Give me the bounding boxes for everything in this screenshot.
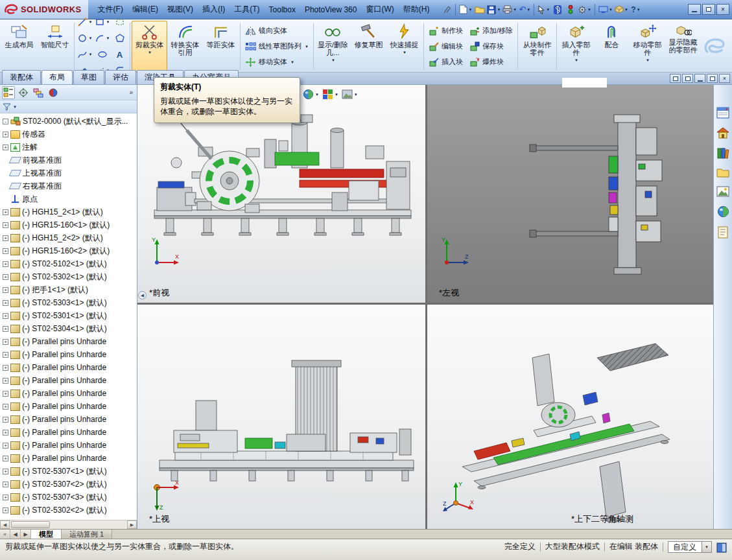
viewport-pane-iso[interactable]: Y X Z *上下二等角轴测: [427, 305, 713, 529]
home-icon[interactable]: [716, 127, 729, 139]
expand-toggle[interactable]: +: [3, 209, 8, 215]
expand-toggle[interactable]: +: [3, 443, 8, 449]
open-folder-icon[interactable]: [473, 3, 486, 17]
chevron-down-icon[interactable]: ▼: [13, 105, 17, 109]
restore-button[interactable]: [702, 4, 715, 15]
menu-item[interactable]: Toolbox: [265, 5, 300, 14]
tree-item[interactable]: +(-) ST02-5307<3> (默认): [1, 491, 137, 504]
select-cursor-icon[interactable]: ▼: [537, 3, 550, 17]
tree-item[interactable]: +传感器: [1, 128, 137, 141]
panel-collapse-button[interactable]: ◀: [138, 291, 147, 299]
expand-toggle[interactable]: -: [3, 119, 8, 124]
menu-item[interactable]: PhotoView 360: [300, 5, 362, 14]
tree-item[interactable]: +(-) Parallel pins Unharde: [1, 348, 137, 361]
menu-item[interactable]: 帮助(H): [399, 4, 434, 15]
rectangle-tool-button[interactable]: ▼: [93, 14, 111, 30]
tree-item[interactable]: +(-) Parallel pins Unharde: [1, 426, 137, 439]
expand-toggle[interactable]: +: [3, 300, 8, 306]
appearances-icon[interactable]: [717, 205, 729, 218]
spline-tool-button[interactable]: ▼: [76, 47, 93, 63]
dashed-rect-tool-button[interactable]: [111, 14, 128, 30]
file-explorer-icon[interactable]: [716, 167, 729, 178]
move-entities-button[interactable]: 移动实体▼: [242, 54, 312, 70]
mdi-viewport2-button[interactable]: [682, 74, 693, 83]
options-gear-icon[interactable]: ▼: [577, 3, 592, 17]
tree-item[interactable]: +(-) HGR15-160<2> (默认): [1, 244, 137, 257]
insert-block-button[interactable]: 插入块: [425, 54, 466, 70]
expand-toggle[interactable]: +: [3, 261, 8, 267]
view-settings-button[interactable]: ▼: [303, 89, 319, 100]
menu-item[interactable]: 文件(F): [93, 4, 128, 15]
expand-toggle[interactable]: +: [3, 222, 8, 228]
line-tool-button[interactable]: ▼: [76, 14, 93, 30]
menu-item[interactable]: 插入(I): [198, 4, 230, 15]
expand-toggle[interactable]: +: [3, 391, 8, 397]
display-delete-relations-button[interactable]: 显示/删除几... ▼: [315, 21, 351, 72]
scroll-right-icon[interactable]: ▶: [127, 520, 137, 529]
tree-item[interactable]: +(-) Parallel pins Unharde: [1, 335, 137, 348]
tree-item[interactable]: +(-) ST02-5304<1> (默认): [1, 322, 137, 335]
edit-block-button[interactable]: 编辑块: [425, 39, 466, 54]
command-tab[interactable]: 草图: [73, 70, 104, 84]
tree-item[interactable]: +(-) 把手1<1> (默认): [1, 283, 137, 296]
undo-icon[interactable]: ↶▼: [518, 3, 531, 17]
menu-item[interactable]: 窗口(W): [361, 4, 398, 15]
tabs-overflow-button[interactable]: »: [127, 89, 135, 96]
expand-toggle[interactable]: +: [3, 469, 8, 474]
quick-snaps-button[interactable]: 快速捕捉 ▼: [386, 21, 422, 72]
tree-item[interactable]: +(-) HGH15_2<2> (默认): [1, 231, 137, 244]
tree-item[interactable]: +(-) HGR15-160<1> (默认): [1, 218, 137, 231]
command-tab[interactable]: 评估: [105, 70, 136, 84]
view-palette-icon[interactable]: [716, 186, 729, 197]
linear-sketch-pattern-button[interactable]: 线性草图阵列▼: [242, 39, 312, 54]
tree-item[interactable]: +(-) Parallel pins Unharde: [1, 374, 137, 387]
polygon-tool-button[interactable]: [111, 30, 128, 47]
tree-item[interactable]: 上视基准面: [1, 167, 137, 180]
make-block-button[interactable]: 制作块: [425, 23, 466, 39]
expand-toggle[interactable]: +: [3, 456, 8, 461]
expand-toggle[interactable]: +: [3, 430, 8, 436]
tree-item[interactable]: +注解: [1, 141, 137, 154]
expand-toggle[interactable]: +: [3, 274, 8, 280]
text-tool-button[interactable]: A: [111, 47, 128, 63]
solidworks-resources-icon[interactable]: [716, 107, 729, 119]
expand-toggle[interactable]: +: [3, 248, 8, 254]
chevron-down-icon[interactable]: ▼: [702, 542, 711, 552]
screen-capture-icon[interactable]: ▼: [598, 3, 613, 17]
mdi-restore-button[interactable]: [707, 74, 718, 83]
tree-item[interactable]: +(-) Parallel pins Unharde: [1, 452, 137, 465]
tree-item[interactable]: +(-) Parallel pins Unharde: [1, 400, 137, 413]
tree-item[interactable]: +(-) ST02-5307<2> (默认): [1, 478, 137, 491]
custom-properties-icon[interactable]: [717, 226, 729, 239]
help-icon[interactable]: ?▼: [630, 3, 642, 17]
expand-toggle[interactable]: +: [3, 352, 8, 358]
tree-item[interactable]: +(-) Parallel pins Unharde: [1, 361, 137, 374]
scroll-left-icon[interactable]: ◀: [0, 520, 10, 529]
tree-item[interactable]: 右视基准面: [1, 180, 137, 192]
ellipse-tool-button[interactable]: [93, 47, 111, 63]
menu-item[interactable]: 工具(T): [230, 4, 264, 15]
mirror-entities-button[interactable]: 镜向实体: [242, 23, 312, 39]
new-document-icon[interactable]: ▼: [458, 3, 473, 17]
rebuild-icon[interactable]: [564, 3, 576, 17]
appearance-button[interactable]: ▼: [322, 89, 338, 100]
move-component-button[interactable]: 移动零部件 ▼: [630, 21, 665, 72]
command-tab[interactable]: 布局: [41, 70, 73, 84]
taskpane-toggle-icon[interactable]: [716, 542, 727, 553]
custom-toolbar-combo[interactable]: 自定义 ▼: [668, 541, 712, 553]
mdi-minimize-button[interactable]: [694, 74, 705, 83]
mate-button[interactable]: 配合: [594, 21, 630, 72]
minimize-button[interactable]: [688, 4, 701, 15]
tree-item[interactable]: 原点: [1, 192, 137, 205]
scrollbar-thumb[interactable]: [11, 521, 50, 528]
3d-content-icon[interactable]: ▼: [614, 3, 629, 17]
featuremanager-tree-tab[interactable]: [2, 86, 15, 99]
expand-toggle[interactable]: +: [3, 235, 8, 241]
expand-toggle[interactable]: +: [3, 417, 8, 423]
expand-toggle[interactable]: +: [3, 482, 8, 487]
convert-entities-button[interactable]: 转换实体引用: [167, 21, 203, 72]
print-icon[interactable]: ▼: [502, 3, 517, 17]
scene-button[interactable]: ▼: [342, 89, 358, 99]
tree-item[interactable]: +(-) ST02-5102<1> (默认): [1, 257, 137, 270]
arc-tool-button[interactable]: ▼: [93, 30, 111, 47]
